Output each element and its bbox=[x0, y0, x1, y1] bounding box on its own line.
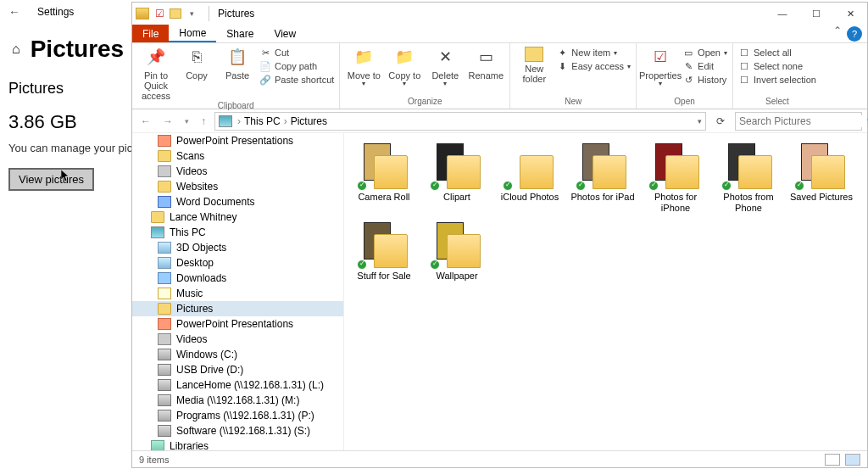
tree-item[interactable]: Videos bbox=[132, 332, 343, 347]
copy-to-button[interactable]: 📁Copy to▾ bbox=[386, 45, 423, 88]
tree-item[interactable]: Music bbox=[132, 286, 343, 301]
tree-item[interactable]: Libraries bbox=[132, 438, 343, 450]
folder-item[interactable]: Saved Pictures bbox=[787, 142, 856, 214]
edit-button[interactable]: ✎Edit bbox=[682, 60, 727, 72]
tree-item[interactable]: Videos bbox=[132, 164, 343, 179]
nav-back-icon[interactable]: ← bbox=[137, 115, 154, 127]
delete-button[interactable]: ✕Delete▾ bbox=[426, 45, 464, 88]
copy-button[interactable]: ⎘Copy bbox=[178, 45, 215, 81]
copy-path-button[interactable]: 📄Copy path bbox=[259, 60, 334, 72]
history-button[interactable]: ↺History bbox=[682, 74, 727, 86]
tree-item[interactable]: Desktop bbox=[132, 255, 343, 271]
nav-forward-icon[interactable]: → bbox=[159, 115, 176, 127]
search-input[interactable] bbox=[739, 115, 866, 127]
view-pictures-button[interactable]: View pictures bbox=[8, 168, 94, 191]
folder-label: Photos from Phone bbox=[714, 192, 783, 214]
tree-item-icon bbox=[158, 135, 171, 147]
pin-quick-access-button[interactable]: 📌Pin to Quick access bbox=[137, 45, 175, 101]
close-button[interactable]: ✕ bbox=[833, 3, 867, 25]
move-to-button[interactable]: 📁Move to▾ bbox=[345, 45, 382, 88]
details-view-icon[interactable] bbox=[825, 454, 840, 466]
tree-item[interactable]: Windows (C:) bbox=[132, 347, 343, 362]
folder-item[interactable]: Wallpaper bbox=[422, 221, 492, 282]
folder-thumb bbox=[725, 142, 772, 189]
crumb-thispc[interactable]: This PC bbox=[244, 115, 281, 127]
tree-item[interactable]: This PC bbox=[132, 225, 343, 240]
properties-button[interactable]: ☑Properties▾ bbox=[642, 45, 679, 88]
tab-view[interactable]: View bbox=[264, 25, 306, 42]
folder-item[interactable]: Photos for iPad bbox=[568, 142, 637, 214]
folder-item[interactable]: Stuff for Sale bbox=[349, 221, 419, 282]
folder-thumb bbox=[798, 142, 845, 189]
home-icon[interactable]: ⌂ bbox=[12, 42, 20, 57]
folder-item[interactable]: iCloud Photos bbox=[495, 142, 565, 214]
titlebar[interactable]: ☑ ▾ Pictures ― ☐ ✕ bbox=[132, 3, 867, 25]
new-item-button[interactable]: ✦New item ▾ bbox=[556, 47, 631, 59]
folder-item[interactable]: Camera Roll bbox=[349, 142, 419, 214]
folder-item[interactable]: Photos from Phone bbox=[714, 142, 783, 214]
select-none-button[interactable]: ☐Select none bbox=[738, 60, 816, 72]
help-icon[interactable]: ? bbox=[847, 26, 862, 42]
nav-up-icon[interactable]: ↑ bbox=[198, 115, 209, 127]
tree-item[interactable]: Pictures bbox=[132, 301, 343, 316]
breadcrumb[interactable]: › This PC › Pictures ▾ bbox=[214, 112, 706, 131]
cut-icon: ✂ bbox=[259, 47, 271, 59]
tree-item[interactable]: Downloads bbox=[132, 271, 343, 286]
folder-item[interactable]: Photos for iPhone bbox=[641, 142, 710, 214]
tree-item-icon bbox=[158, 150, 171, 162]
tree-item-label: Videos bbox=[176, 333, 207, 345]
tree-item-label: PowerPoint Presentations bbox=[176, 318, 293, 330]
minimize-button[interactable]: ― bbox=[765, 3, 799, 25]
large-icons-view-icon[interactable] bbox=[845, 454, 860, 466]
tree-item[interactable]: Software (\\192.168.1.31) (S:) bbox=[132, 423, 343, 438]
group-select-label: Select bbox=[738, 97, 816, 107]
tab-share[interactable]: Share bbox=[216, 25, 264, 42]
edit-icon: ✎ bbox=[682, 60, 694, 72]
back-icon[interactable]: ← bbox=[8, 5, 20, 19]
tree-item[interactable]: Scans bbox=[132, 148, 343, 164]
easy-access-button[interactable]: ⬇Easy access ▾ bbox=[556, 60, 631, 72]
refresh-icon[interactable]: ⟳ bbox=[711, 115, 730, 127]
qat-newfolder-icon[interactable] bbox=[170, 8, 181, 19]
tab-home[interactable]: Home bbox=[169, 25, 216, 42]
sync-icon bbox=[430, 181, 440, 191]
new-folder-button[interactable]: New folder bbox=[515, 45, 553, 84]
tree-item[interactable]: Lance Whitney bbox=[132, 209, 343, 225]
paste-shortcut-button[interactable]: 🔗Paste shortcut bbox=[259, 74, 334, 86]
open-button[interactable]: ▭Open ▾ bbox=[682, 47, 727, 59]
tree-item[interactable]: Media (\\192.168.1.31) (M:) bbox=[132, 393, 343, 408]
open-icon: ▭ bbox=[682, 47, 694, 59]
tree-item[interactable]: 3D Objects bbox=[132, 240, 343, 255]
rename-icon: ▭ bbox=[475, 47, 497, 69]
tree-item[interactable]: PowerPoint Presentations bbox=[132, 133, 343, 148]
ribbon-collapse-icon[interactable]: ⌃ bbox=[828, 25, 847, 42]
sync-icon bbox=[721, 181, 732, 191]
tree-item[interactable]: Programs (\\192.168.1.31) (P:) bbox=[132, 408, 343, 423]
qat-properties-icon[interactable]: ☑ bbox=[151, 5, 168, 22]
cut-button[interactable]: ✂Cut bbox=[259, 47, 334, 59]
search-box[interactable]: 🔍 bbox=[735, 112, 862, 131]
folder-item[interactable]: Clipart bbox=[422, 142, 492, 214]
crumb-pictures[interactable]: Pictures bbox=[291, 115, 327, 127]
content-pane[interactable]: Camera RollClipartiCloud PhotosPhotos fo… bbox=[344, 133, 867, 450]
tree-item[interactable]: LanceHome (\\192.168.1.31) (L:) bbox=[132, 377, 343, 393]
tree-item-icon bbox=[158, 165, 171, 177]
tree-item[interactable]: PowerPoint Presentations bbox=[132, 316, 343, 332]
tree-item-label: Windows (C:) bbox=[176, 349, 237, 360]
tree-item-label: Lance Whitney bbox=[170, 211, 236, 223]
maximize-button[interactable]: ☐ bbox=[799, 3, 833, 25]
tree-item[interactable]: Word Documents bbox=[132, 194, 343, 209]
select-all-button[interactable]: ☐Select all bbox=[738, 47, 816, 59]
tab-file[interactable]: File bbox=[132, 25, 169, 42]
paste-button[interactable]: 📋Paste bbox=[219, 45, 256, 81]
qat-dropdown-icon[interactable]: ▾ bbox=[183, 5, 200, 22]
rename-button[interactable]: ▭Rename bbox=[467, 45, 504, 81]
crumb-dropdown-icon[interactable]: ▾ bbox=[698, 117, 702, 126]
tree-item-label: Libraries bbox=[170, 440, 209, 450]
tree-item[interactable]: Websites bbox=[132, 179, 343, 194]
invert-selection-button[interactable]: ☐Invert selection bbox=[738, 74, 816, 86]
nav-tree[interactable]: PowerPoint PresentationsScansVideosWebsi… bbox=[132, 133, 344, 450]
nav-recent-icon[interactable]: ▾ bbox=[181, 117, 192, 126]
moveto-icon: 📁 bbox=[353, 47, 375, 69]
tree-item[interactable]: USB Drive (D:) bbox=[132, 362, 343, 377]
